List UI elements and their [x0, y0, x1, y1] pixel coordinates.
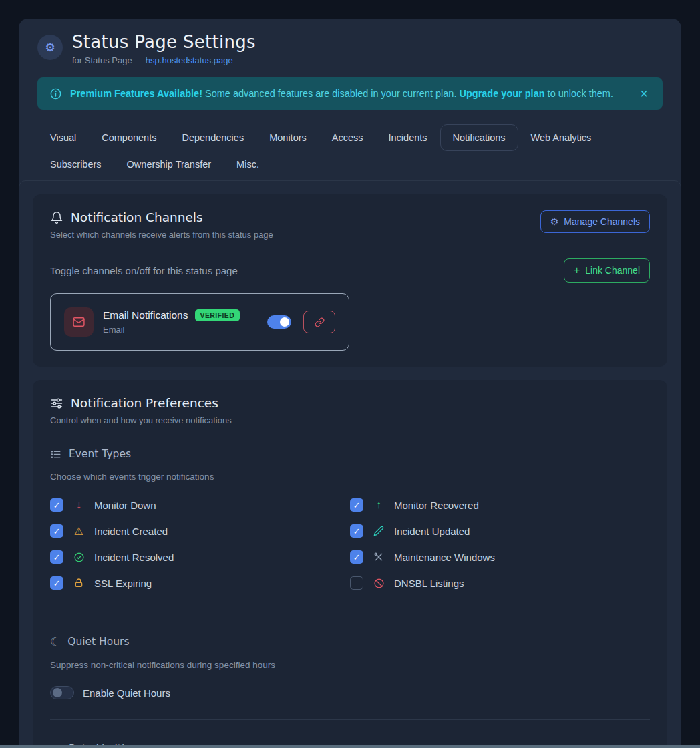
- channels-subtitle: Select which channels receive alerts fro…: [50, 230, 273, 240]
- event-ssl-expiring: ✓ SSL Expiring: [50, 574, 350, 592]
- no-entry-icon: [371, 578, 386, 589]
- gear-icon: ⚙: [37, 35, 63, 60]
- page-subtitle-text: for Status Page —: [72, 55, 146, 65]
- banner-tail: to unlock them.: [545, 88, 613, 99]
- sliders-icon: [50, 397, 63, 410]
- event-label: Monitor Down: [94, 500, 156, 511]
- quiet-hours-description: Suppress non-critical notifications duri…: [50, 660, 650, 670]
- event-label: Monitor Recovered: [394, 500, 479, 511]
- checkbox-maintenance-windows[interactable]: ✓: [350, 550, 363, 564]
- page-subtitle: for Status Page — hsp.hostedstatus.page: [72, 55, 256, 65]
- event-types-heading: Event Types: [50, 448, 650, 460]
- tab-incidents[interactable]: Incidents: [376, 124, 440, 151]
- quiet-hours-heading: ☾ Quiet Hours: [50, 635, 650, 648]
- page-title: Status Page Settings: [72, 32, 256, 52]
- unlink-channel-button[interactable]: [303, 311, 335, 333]
- page-title-block: Status Page Settings for Status Page — h…: [72, 32, 256, 65]
- gear-icon: ⚙: [550, 216, 559, 227]
- arrow-up-icon: ↑: [371, 499, 386, 511]
- event-incident-created: ✓ ⚠ Incident Created: [50, 522, 350, 540]
- checkbox-incident-created[interactable]: ✓: [50, 524, 63, 538]
- email-channel-name: Email Notifications: [103, 309, 188, 321]
- info-icon: [49, 87, 62, 100]
- email-channel-toggle[interactable]: [267, 315, 291, 329]
- preferences-subtitle: Control when and how you receive notific…: [50, 415, 650, 425]
- bell-icon: [50, 211, 63, 224]
- event-monitor-down: ✓ ↓ Monitor Down: [50, 496, 350, 514]
- banner-text: Premium Features Available! Some advance…: [70, 88, 613, 99]
- list-icon: [50, 449, 61, 460]
- verified-badge: VERIFIED: [195, 309, 240, 321]
- event-label: SSL Expiring: [94, 578, 152, 589]
- quiet-hours-title: Quiet Hours: [67, 636, 129, 648]
- envelope-icon: [64, 307, 94, 337]
- tab-subscribers[interactable]: Subscribers: [37, 151, 114, 178]
- event-label: Maintenance Windows: [394, 552, 495, 563]
- checkbox-ssl-expiring[interactable]: ✓: [50, 576, 63, 590]
- upgrade-plan-link[interactable]: Upgrade your plan: [459, 88, 544, 99]
- channels-title: Notification Channels: [71, 210, 203, 224]
- section-divider: [50, 612, 650, 612]
- bottom-edge-strip: [0, 745, 700, 748]
- notification-preferences-card: Notification Preferences Control when an…: [33, 380, 667, 748]
- notification-channels-card: Notification Channels Select which chann…: [33, 194, 667, 367]
- section-divider: [50, 719, 650, 720]
- event-maintenance-windows: ✓ Maintenance Windows: [350, 548, 650, 566]
- event-types-description: Choose which events trigger notification…: [50, 472, 650, 482]
- warning-triangle-icon: ⚠: [71, 525, 86, 538]
- event-incident-updated: ✓ Incident Updated: [350, 522, 650, 540]
- arrow-down-icon: ↓: [71, 499, 86, 511]
- email-channel-card: Email Notifications VERIFIED Email: [50, 293, 349, 351]
- manage-channels-label: Manage Channels: [564, 216, 640, 227]
- tools-icon: [371, 552, 386, 562]
- tab-visual[interactable]: Visual: [37, 124, 89, 151]
- notifications-panel: Notification Channels Select which chann…: [19, 180, 681, 748]
- check-circle-icon: [71, 552, 86, 563]
- banner-mid: Some advanced features are disabled in y…: [202, 88, 459, 99]
- link-channel-label: Link Channel: [585, 265, 640, 276]
- settings-tabs: Visual Components Dependencies Monitors …: [37, 124, 663, 178]
- quiet-hours-toggle[interactable]: [50, 686, 74, 699]
- status-page-link[interactable]: hsp.hostedstatus.page: [146, 55, 233, 65]
- email-channel-info: Email Notifications VERIFIED Email: [103, 309, 248, 335]
- preferences-title: Notification Preferences: [71, 396, 218, 410]
- page-header: ⚙ Status Page Settings for Status Page —…: [19, 19, 681, 72]
- pencil-icon: [371, 526, 386, 536]
- settings-window: ⚙ Status Page Settings for Status Page —…: [19, 19, 681, 748]
- tab-dependencies[interactable]: Dependencies: [169, 124, 256, 151]
- premium-banner: Premium Features Available! Some advance…: [37, 77, 663, 110]
- checkbox-incident-updated[interactable]: ✓: [350, 524, 363, 538]
- banner-lead: Premium Features Available!: [70, 88, 202, 99]
- checkbox-monitor-recovered[interactable]: ✓: [350, 498, 363, 512]
- link-channel-button[interactable]: + Link Channel: [564, 258, 650, 283]
- tab-notifications[interactable]: Notifications: [440, 124, 518, 151]
- event-incident-resolved: ✓ Incident Resolved: [50, 548, 350, 566]
- tab-components[interactable]: Components: [89, 124, 169, 151]
- chain-link-icon: [315, 317, 325, 327]
- event-monitor-recovered: ✓ ↑ Monitor Recovered: [350, 496, 650, 514]
- moon-icon: ☾: [50, 635, 60, 648]
- event-types-title: Event Types: [69, 448, 131, 460]
- tab-ownership-transfer[interactable]: Ownership Transfer: [114, 151, 224, 178]
- tab-web-analytics[interactable]: Web Analytics: [518, 124, 604, 151]
- checkbox-dnsbl-listings[interactable]: [350, 576, 363, 590]
- event-dnsbl-listings: DNSBL Listings: [350, 574, 650, 592]
- event-label: Incident Resolved: [94, 552, 174, 563]
- manage-channels-button[interactable]: ⚙ Manage Channels: [540, 210, 650, 233]
- event-types-grid: ✓ ↓ Monitor Down ✓ ↑ Monitor Recovered ✓…: [50, 496, 650, 592]
- lock-icon: [71, 578, 86, 588]
- quiet-hours-toggle-label: Enable Quiet Hours: [83, 687, 170, 699]
- checkbox-monitor-down[interactable]: ✓: [50, 498, 63, 512]
- gear-glyph: ⚙: [45, 41, 55, 55]
- event-label: DNSBL Listings: [394, 578, 464, 589]
- plus-icon: +: [574, 264, 580, 276]
- channels-heading-block: Notification Channels Select which chann…: [50, 210, 273, 240]
- email-channel-type: Email: [103, 325, 248, 335]
- tab-monitors[interactable]: Monitors: [256, 124, 319, 151]
- event-label: Incident Created: [94, 526, 168, 537]
- event-label: Incident Updated: [394, 526, 470, 537]
- checkbox-incident-resolved[interactable]: ✓: [50, 550, 63, 564]
- close-icon[interactable]: ×: [637, 85, 651, 102]
- tab-access[interactable]: Access: [319, 124, 376, 151]
- tab-misc[interactable]: Misc.: [224, 151, 272, 178]
